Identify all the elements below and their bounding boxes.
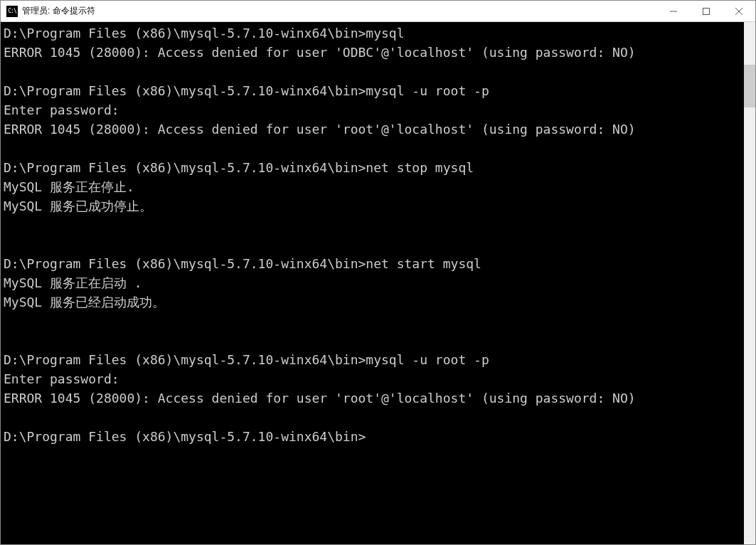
terminal-line: ERROR 1045 (28000): Access denied for us… [4,120,741,139]
terminal-line [4,216,741,235]
terminal-line [4,408,741,427]
terminal-line [4,331,741,350]
terminal-line [4,62,741,81]
terminal-line [4,235,741,254]
maximize-button[interactable] [690,1,723,21]
command-prompt-window: C:\ 管理员: 命令提示符 D:\Program Files (x86)\my… [0,0,756,545]
window-controls [657,1,755,21]
terminal-line [4,139,741,158]
scrollbar-thumb[interactable] [744,65,755,107]
cmd-icon: C:\ [6,6,18,17]
terminal-line: MySQL 服务正在停止. [4,177,741,196]
minimize-button[interactable] [657,1,690,21]
terminal-line: D:\Program Files (x86)\mysql-5.7.10-winx… [4,254,741,273]
cursor [366,430,373,444]
terminal-line: ERROR 1045 (28000): Access denied for us… [4,43,741,62]
terminal-line: D:\Program Files (x86)\mysql-5.7.10-winx… [4,23,741,43]
close-button[interactable] [723,1,755,21]
terminal-line: MySQL 服务已成功停止。 [4,196,741,216]
terminal-line: D:\Program Files (x86)\mysql-5.7.10-winx… [4,350,741,369]
scrollbar-vertical[interactable] [744,22,755,544]
terminal-line: MySQL 服务已经启动成功。 [4,292,741,312]
window-title: 管理员: 命令提示符 [22,5,657,17]
terminal-line: Enter password: [4,369,741,388]
terminal-line: D:\Program Files (x86)\mysql-5.7.10-winx… [4,81,741,100]
terminal-line [4,312,741,331]
terminal-output[interactable]: D:\Program Files (x86)\mysql-5.7.10-winx… [1,22,744,544]
terminal-line: D:\Program Files (x86)\mysql-5.7.10-winx… [4,427,741,446]
terminal-line: MySQL 服务正在启动 . [4,273,741,292]
terminal-wrapper: D:\Program Files (x86)\mysql-5.7.10-winx… [1,22,755,544]
titlebar[interactable]: C:\ 管理员: 命令提示符 [1,1,755,22]
terminal-line: Enter password: [4,100,741,120]
terminal-line: D:\Program Files (x86)\mysql-5.7.10-winx… [4,158,741,177]
svg-rect-1 [703,8,710,14]
terminal-line: ERROR 1045 (28000): Access denied for us… [4,388,741,408]
